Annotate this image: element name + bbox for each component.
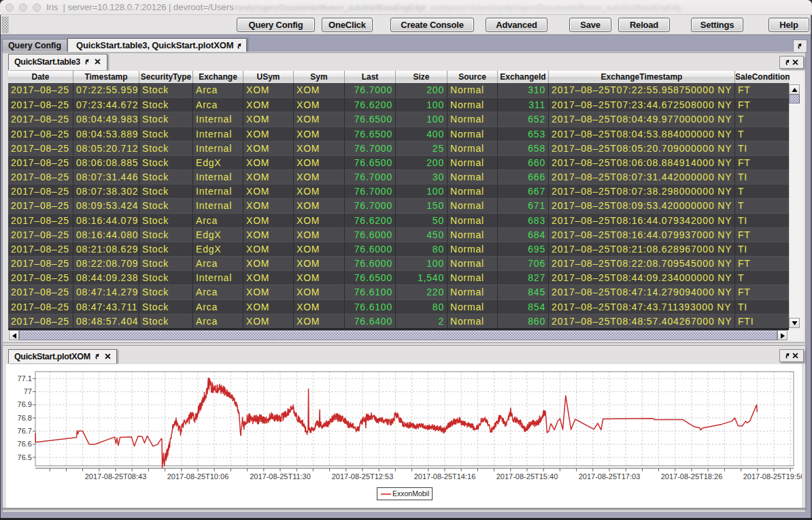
svg-text:2017-08-25T08:43: 2017-08-25T08:43 — [85, 472, 147, 481]
svg-text:76.8: 76.8 — [18, 414, 32, 422]
svg-text:2017-08-25T10:06: 2017-08-25T10:06 — [167, 472, 229, 481]
svg-text:76.7: 76.7 — [18, 427, 32, 435]
svg-text:76.9: 76.9 — [18, 400, 32, 408]
svg-text:2017-08-25T11:30: 2017-08-25T11:30 — [250, 472, 311, 481]
svg-text:2017-08-25T18:26: 2017-08-25T18:26 — [661, 472, 723, 481]
svg-text:2017-08-25T17:03: 2017-08-25T17:03 — [579, 472, 641, 481]
svg-text:76.6: 76.6 — [18, 440, 32, 448]
svg-text:2017-08-25T14:16: 2017-08-25T14:16 — [414, 472, 476, 481]
svg-text:2017-08-25T19:50: 2017-08-25T19:50 — [743, 472, 802, 481]
svg-text:76.5: 76.5 — [18, 453, 32, 461]
svg-text:2017-08-25T12:53: 2017-08-25T12:53 — [332, 472, 394, 481]
svg-text:2017-08-25T15:40: 2017-08-25T15:40 — [496, 472, 558, 481]
svg-text:77.1: 77.1 — [18, 374, 32, 383]
svg-text:77: 77 — [24, 387, 32, 395]
